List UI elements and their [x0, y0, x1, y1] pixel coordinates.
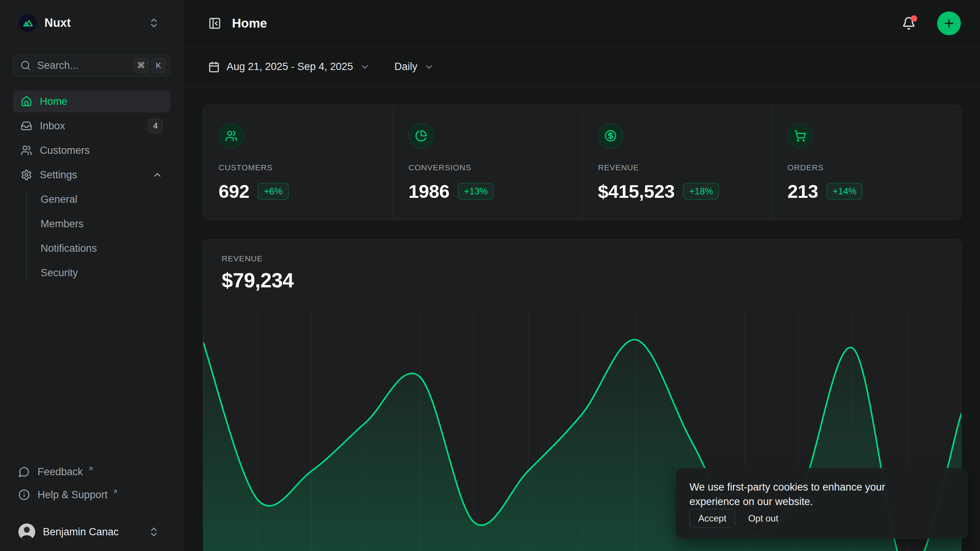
opt-out-button[interactable]: Opt out	[746, 509, 780, 528]
users-icon	[219, 123, 244, 148]
granularity-select[interactable]: Daily	[394, 61, 434, 73]
feedback-label: Feedback	[38, 466, 83, 478]
brand-name: Nuxt	[44, 16, 140, 30]
stat-label: CUSTOMERS	[219, 163, 377, 172]
revenue-chart-header: REVENUE $79,234	[203, 240, 961, 292]
notification-dot	[911, 15, 917, 22]
accept-cookies-button[interactable]: Accept	[689, 509, 735, 528]
plus-icon	[943, 17, 955, 29]
sidebar-item-settings[interactable]: Settings	[13, 164, 170, 186]
revenue-chart-value: $79,234	[222, 269, 943, 292]
revenue-chart-label: REVENUE	[222, 254, 943, 263]
stat-value: $415,523	[598, 181, 675, 202]
sidebar-item-notifications[interactable]: Notifications	[41, 237, 170, 259]
external-link-icon	[88, 466, 94, 472]
dollar-circle-icon	[598, 123, 623, 148]
granularity-value: Daily	[394, 61, 417, 73]
add-button[interactable]	[937, 11, 961, 35]
stat-value: 213	[787, 181, 818, 202]
stats-card: CUSTOMERS 692 +6% CONVERSIONS 1986 +13%	[203, 105, 962, 220]
chevron-up-icon	[152, 170, 163, 180]
help-support-label: Help & Support	[38, 489, 108, 501]
sidebar-item-general[interactable]: General	[41, 188, 170, 210]
stat-label: ORDERS	[787, 163, 946, 172]
feedback-link[interactable]: Feedback	[13, 461, 170, 483]
search-icon	[20, 60, 31, 71]
kbd-k: K	[152, 58, 165, 73]
user-menu[interactable]: Benjamin Canac	[0, 512, 183, 551]
stat-revenue[interactable]: REVENUE $415,523 +18%	[582, 105, 772, 220]
avatar	[18, 523, 35, 540]
cart-icon	[787, 123, 813, 148]
sidebar-item-customers[interactable]: Customers	[13, 139, 170, 161]
settings-subnav: General Members Notifications Security	[13, 188, 170, 284]
page-title: Home	[232, 16, 891, 31]
main-header: Home	[184, 0, 980, 47]
sidebar-item-inbox[interactable]: Inbox 4	[13, 115, 170, 137]
sidebar-spacer	[13, 284, 170, 461]
chevrons-up-down-icon	[148, 526, 160, 538]
stat-label: CONVERSIONS	[408, 163, 567, 172]
chevrons-up-down-icon[interactable]	[148, 17, 160, 29]
notifications-button[interactable]	[902, 16, 916, 30]
stat-delta-badge: +14%	[826, 183, 862, 200]
date-range-value: Aug 21, 2025 - Sep 4, 2025	[227, 61, 353, 73]
sidebar-item-label: Home	[40, 96, 163, 108]
toolbar: Aug 21, 2025 - Sep 4, 2025 Daily	[184, 47, 980, 87]
stat-value: 1986	[408, 181, 449, 202]
kbd-cmd: ⌘	[134, 58, 149, 73]
stat-customers[interactable]: CUSTOMERS 692 +6%	[203, 105, 393, 220]
cookie-actions: Accept Opt out	[689, 509, 954, 528]
sidebar-item-label: Inbox	[40, 120, 140, 132]
home-icon	[21, 96, 32, 107]
stat-orders[interactable]: ORDERS 213 +14%	[772, 105, 961, 220]
cookie-message: We use first-party cookies to enhance yo…	[689, 480, 927, 509]
users-icon	[21, 145, 32, 156]
message-circle-icon	[18, 466, 30, 478]
sidebar-item-label: Settings	[40, 169, 144, 181]
date-range-picker[interactable]: Aug 21, 2025 - Sep 4, 2025	[208, 61, 370, 73]
search-shortcut: ⌘ K	[134, 58, 165, 73]
workspace-switcher[interactable]: Nuxt	[13, 9, 170, 37]
info-circle-icon	[18, 489, 30, 500]
sidebar-nav: Home Inbox 4 Customers Settings Ge	[13, 90, 170, 284]
sidebar: Nuxt Search... ⌘ K Home Inbox 4	[0, 0, 184, 551]
chevron-down-icon	[360, 62, 370, 72]
stat-value: 692	[219, 181, 249, 202]
stat-delta-badge: +13%	[458, 183, 494, 200]
cookie-banner: We use first-party cookies to enhance yo…	[675, 468, 968, 539]
sidebar-item-security[interactable]: Security	[41, 262, 170, 284]
nuxt-logo	[18, 14, 37, 32]
gear-icon	[21, 169, 32, 181]
pie-chart-icon	[408, 123, 434, 148]
search-placeholder: Search...	[37, 60, 127, 72]
help-support-link[interactable]: Help & Support	[13, 484, 170, 505]
chevron-down-icon	[424, 62, 434, 72]
calendar-icon	[208, 61, 220, 73]
sidebar-item-members[interactable]: Members	[41, 213, 170, 235]
sidebar-item-label: Customers	[40, 145, 163, 156]
stat-conversions[interactable]: CONVERSIONS 1986 +13%	[393, 105, 582, 220]
stat-label: REVENUE	[598, 163, 756, 172]
search-input[interactable]: Search... ⌘ K	[13, 54, 170, 77]
sidebar-footer-links: Feedback Help & Support	[13, 461, 170, 512]
inbox-icon	[21, 120, 32, 132]
user-name: Benjamin Canac	[43, 526, 140, 538]
stat-delta-badge: +6%	[258, 183, 289, 200]
sidebar-toggle-icon[interactable]	[208, 17, 221, 30]
inbox-count-badge: 4	[148, 119, 163, 133]
external-link-icon	[112, 489, 118, 495]
stat-delta-badge: +18%	[683, 183, 719, 200]
sidebar-item-home[interactable]: Home	[13, 90, 170, 112]
